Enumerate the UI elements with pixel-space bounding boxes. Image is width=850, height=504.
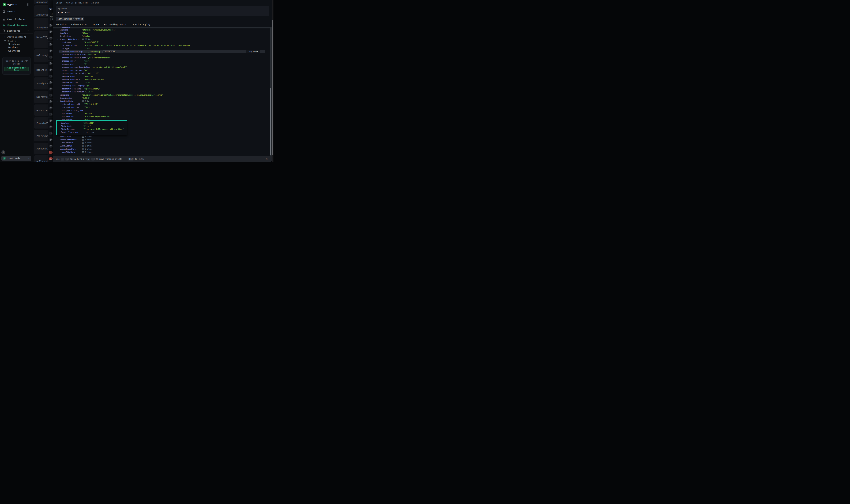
session-event-row[interactable] [48, 67, 53, 73]
session-email-label: Shaniya.Sc [36, 82, 48, 85]
session-event-row[interactable] [48, 124, 53, 130]
attribute-row-process.executable.path[interactable]: process.executable.path"/usr/src/app/che… [53, 56, 270, 59]
attribute-row-StatusMessage[interactable]: StatusMessage"Visa cache full: cannot ad… [57, 128, 127, 131]
attribute-row-rpc.method[interactable]: rpc.method"Charge" [53, 112, 270, 115]
highlighted-filter-button[interactable]: H [50, 17, 53, 21]
session-event-row[interactable] [48, 137, 53, 143]
chart-line-icon [3, 18, 5, 21]
tab-surrounding-context[interactable]: Surrounding Context [101, 22, 130, 28]
session-event-row[interactable] [48, 48, 53, 54]
location-pin-icon [49, 145, 53, 148]
attribute-row-Events.Attributes[interactable]: Events.Attributes[]0 items [53, 138, 270, 141]
attribute-row-process.pid[interactable]: process.pid"1" [53, 62, 270, 66]
attribute-row-ServiceName[interactable]: ServiceName"checkout" [53, 35, 270, 38]
session-event-row[interactable] [48, 60, 53, 67]
session-event-row[interactable] [48, 22, 53, 29]
session-event-row[interactable] [48, 86, 53, 92]
session-detail-panel: Wal Las H [48, 0, 53, 162]
attribute-row-process.owner[interactable]: process.owner"root" [53, 59, 270, 62]
session-event-row[interactable] [48, 35, 53, 41]
session-event-row[interactable] [48, 92, 53, 98]
tab-session-replay[interactable]: Session Replay [130, 22, 152, 28]
attribute-row-process.runtime.version[interactable]: process.runtime.version"go1.22.12" [53, 72, 270, 75]
attribute-row-SpanName[interactable]: SpanName"oteldemo.PaymentService/Charge" [53, 29, 270, 32]
sidebar-item-search[interactable]: Search [3, 10, 15, 13]
tab-overview[interactable]: Overview [54, 22, 69, 28]
attribute-row-telemetry.sdk.language[interactable]: telemetry.sdk.language"go" [53, 84, 270, 87]
attribute-row-service.version[interactable]: service.version"latest" [53, 81, 270, 84]
chevron-down-icon [4, 40, 6, 41]
attribute-row-process.runtime.name[interactable]: process.runtime.name"go" [53, 69, 270, 72]
session-event-row[interactable] [48, 118, 53, 124]
event-search-input[interactable] [49, 12, 53, 16]
session-event-row[interactable] [48, 98, 53, 105]
attribute-key: Links.SpanId [60, 145, 81, 147]
attribute-row-telemetry.sdk.name[interactable]: telemetry.sdk.name"opentelemetry" [53, 87, 270, 90]
tab-trace[interactable]: Trace [90, 22, 101, 28]
attribute-row-net.sock.peer.addr[interactable]: net.sock.peer.addr"172.28.0.10" [53, 103, 270, 106]
attribute-row-rpc.grpc.status_code[interactable]: rpc.grpc.status_code"2" [53, 109, 270, 112]
copy-value-button[interactable]: Copy Value [246, 50, 260, 53]
attribute-row-os.type[interactable]: os.type"linux" [53, 47, 270, 50]
session-event-row[interactable] [48, 143, 53, 149]
attribute-row-Links.Attributes[interactable]: Links.Attributes[]0 items [53, 150, 270, 154]
help-button[interactable]: ? [1, 150, 5, 154]
attribute-row-Duration[interactable]: Duration"28656333" [57, 122, 127, 125]
attribute-key: service.namespace [62, 78, 83, 80]
sidebar-preset-clickhouse[interactable]: Clickhouse [8, 43, 20, 46]
session-event-row[interactable] [48, 73, 53, 79]
sidebar-item-client-sessions[interactable]: Client Sessions [3, 24, 27, 26]
local-mode-menu[interactable]: U Local mode › [1, 156, 31, 161]
session-event-row[interactable] [48, 54, 53, 60]
presets-header[interactable]: PRESETS [4, 40, 16, 42]
attribute-row-Links.TraceState[interactable]: Links.TraceState[]0 items [53, 147, 270, 151]
tab-column-values[interactable]: Column Values [69, 22, 90, 28]
attribute-row-ScopeName[interactable]: ScopeName"go.opentelemetry.io/contrib/in… [53, 93, 270, 96]
attribute-row-Events.Name[interactable]: Events.Name[]0 items [53, 135, 270, 138]
session-event-row[interactable] [48, 105, 53, 111]
attribute-row-service.name[interactable]: service.name"checkout" [53, 75, 270, 78]
attribute-row-telemetry.sdk.version[interactable]: telemetry.sdk.version"1.35.0" [53, 90, 270, 93]
session-event-row[interactable] [48, 156, 53, 162]
session-card[interactable] [34, 31, 48, 48]
attribute-row-process.executable.name[interactable]: process.executable.name"checkout" [53, 53, 270, 56]
attribute-row-os.description[interactable]: os.description"Alpine Linux 3.21.3 (Linu… [53, 44, 270, 47]
session-event-row[interactable] [48, 130, 53, 137]
get-started-button[interactable]: Get Started for Free [4, 67, 29, 71]
attribute-row-ScopeVersion[interactable]: ScopeVersion"0.60.0" [53, 96, 270, 100]
attribute-row-rpc.service[interactable]: rpc.service"oteldemo.PaymentService" [53, 115, 270, 118]
session-event-row[interactable] [48, 149, 53, 156]
close-icon[interactable]: × [266, 157, 268, 161]
attribute-row-net.sock.peer.port[interactable]: net.sock.peer.port"50051" [53, 106, 270, 109]
attribute-row-ResourceAttributes[interactable]: ▼ResourceAttributes{}17 keys [53, 38, 270, 41]
sidebar-item-dashboards[interactable]: Dashboards [3, 30, 20, 32]
attribute-row-process.runtime.description[interactable]: process.runtime.description"go version g… [53, 66, 270, 69]
panel-scrollbar-thumb[interactable] [270, 88, 271, 155]
panel-scrollbar[interactable] [270, 28, 272, 156]
app-logo[interactable]: HyperDX [3, 3, 18, 6]
session-event-row[interactable] [48, 79, 53, 86]
attribute-row-service.namespace[interactable]: service.namespace"opentelemetry-demo" [53, 78, 270, 81]
attribute-row-Links.SpanId[interactable]: Links.SpanId[]0 items [53, 144, 270, 147]
session-email-label: Pearl43@ho [36, 134, 48, 137]
sidebar-item-chart-explorer[interactable]: Chart Explorer [3, 18, 25, 21]
location-pin-icon [49, 113, 53, 116]
collapse-sidebar-icon[interactable] [28, 3, 30, 6]
sidebar-preset-services[interactable]: Services [8, 46, 18, 49]
attribute-row-Events.Timestamp[interactable]: Events.Timestamp[]0 items [57, 131, 127, 134]
page-scrollbar-thumb[interactable] [272, 20, 273, 155]
sidebar-preset-kubernetes[interactable]: Kubernetes [8, 50, 20, 52]
attribute-row-process.command_args[interactable]: ▶process.command_args"["./checkout"]"Exp… [59, 50, 265, 53]
session-event-row[interactable] [48, 29, 53, 35]
create-dashboard-button[interactable]: + Create Dashboard [4, 36, 26, 38]
attribute-row-SpanAttributes[interactable]: ▼SpanAttributes{}6 keys [53, 100, 270, 103]
session-event-row[interactable] [48, 41, 53, 48]
expand-json-button[interactable]: Expand JSON [102, 50, 116, 53]
page-scrollbar[interactable] [272, 0, 273, 162]
session-event-row[interactable] [48, 111, 53, 118]
attribute-row-Links.TraceId[interactable]: Links.TraceId[]0 items [53, 141, 270, 144]
attribute-row-StatusCode[interactable]: StatusCode"Error" [57, 125, 127, 128]
attribute-row-host.name[interactable]: host.name"0faab73597c5" [53, 41, 270, 44]
service-name-badge[interactable]: ServiceName: frontend [56, 17, 85, 21]
attribute-row-SpanKind[interactable]: SpanKind"Client" [53, 32, 270, 35]
